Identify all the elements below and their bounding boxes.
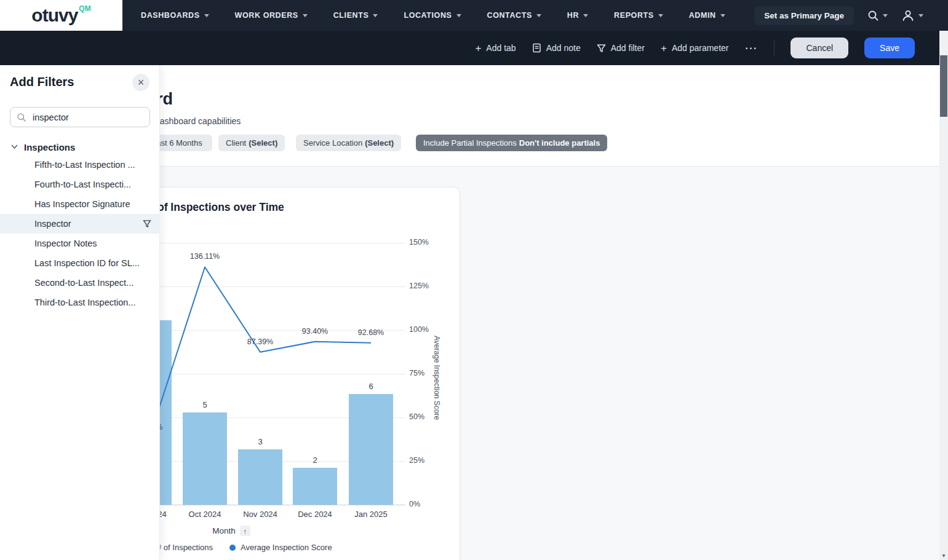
scrollbar-thumb[interactable] (940, 55, 947, 117)
nav-item-clients[interactable]: CLIENTS (333, 11, 378, 20)
bar-value-label: 6 (349, 382, 393, 391)
filter-item-label: Inspector Notes (34, 239, 151, 248)
filter-item[interactable]: Third-to-Last Inspection... (0, 293, 160, 312)
nav-item-label: DASHBOARDS (141, 11, 200, 20)
bar-Dec 2024 (293, 468, 337, 505)
search-icon (17, 112, 26, 122)
main-menu: DASHBOARDS WORK ORDERS CLIENTS LOCATIONS… (141, 11, 725, 20)
chevron-down-icon (658, 14, 663, 17)
chip-value: (Select) (249, 138, 277, 148)
nav-item-contacts[interactable]: CONTACTS (487, 11, 541, 20)
close-icon[interactable]: × (132, 74, 149, 91)
vertical-scrollbar[interactable]: ▾ (939, 31, 948, 560)
otuvy-logo[interactable]: otuvy QM (0, 0, 122, 31)
filter-item[interactable]: Fifth-to-Last Inspection ... (0, 155, 160, 175)
x-axis-tick: Dec 2024 (287, 510, 343, 519)
filter-item[interactable]: Has Inspector Signature (0, 194, 160, 214)
filter-item[interactable]: Second-to-Last Inspect... (0, 273, 160, 293)
bar-Jan 2025 (349, 394, 393, 505)
filter-item[interactable]: Last Inspection ID for SL... (0, 253, 160, 273)
add-filter-button[interactable]: Add filter (597, 43, 645, 53)
chip-label: Include Partial Inspections (423, 138, 517, 148)
nav-item-reports[interactable]: REPORTS (614, 11, 663, 20)
chevron-down-icon (373, 14, 378, 17)
x-axis-tick: Oct 2024 (177, 510, 233, 519)
more-options-button[interactable]: ⋯ (744, 41, 758, 55)
nav-item-label: CONTACTS (487, 11, 532, 20)
filter-item-inspector-selected[interactable]: Inspector (0, 214, 160, 234)
legend-label: # of Inspections (157, 543, 213, 552)
x-axis-sort-control[interactable]: Month ↑ (197, 526, 265, 536)
top-nav: otuvy QM DASHBOARDS WORK ORDERS CLIENTS … (0, 0, 948, 31)
chevron-down-icon (303, 14, 308, 17)
search-icon (867, 10, 879, 22)
filter-item-label: Last Inspection ID for SL... (34, 258, 151, 268)
add-tab-label: Add tab (486, 43, 516, 53)
funnel-icon (597, 44, 606, 53)
plus-icon: + (661, 43, 667, 53)
add-parameter-button[interactable]: + Add parameter (661, 43, 729, 53)
add-tab-button[interactable]: + Add tab (475, 43, 516, 53)
page-subtitle: dashboard capabilities (155, 116, 241, 126)
search-button[interactable] (867, 10, 888, 22)
line-point-label: 92.68% (343, 328, 399, 337)
right-axis-title: Average Inspection Score (432, 280, 441, 476)
line-point-label: 93.40% (287, 327, 343, 336)
filter-search-input[interactable] (31, 112, 143, 123)
right-axis-tick: 0% (409, 500, 440, 508)
chevron-down-icon (456, 14, 461, 17)
chip-value: Don't include partials (519, 138, 600, 148)
filter-item[interactable]: Inspector Notes (0, 234, 160, 253)
nav-item-work-orders[interactable]: WORK ORDERS (235, 11, 308, 20)
group-label: Inspections (24, 142, 75, 152)
cancel-button[interactable]: Cancel (791, 37, 848, 58)
bar-Oct 2024 (183, 412, 227, 505)
filter-search-box (10, 107, 150, 127)
filter-chip-service-location[interactable]: Service Location (Select) (296, 135, 401, 151)
chevron-down-icon (536, 14, 541, 17)
filter-list: Fifth-to-Last Inspection ... Fourth-to-L… (0, 155, 160, 312)
nav-item-label: WORK ORDERS (235, 11, 298, 20)
user-icon (901, 9, 915, 22)
line-point-label: 136.11% (177, 252, 233, 261)
user-menu-button[interactable] (901, 9, 923, 22)
save-button[interactable]: Save (864, 37, 915, 58)
sort-ascending-icon: ↑ (240, 526, 250, 536)
legend-label: Average Inspection Score (241, 543, 332, 552)
add-note-button[interactable]: Add note (532, 43, 581, 53)
legend-dot-icon (229, 545, 236, 551)
filter-applied-icon[interactable] (143, 219, 151, 228)
add-parameter-label: Add parameter (672, 43, 729, 53)
plus-icon: + (475, 43, 481, 53)
scroll-down-icon[interactable]: ▾ (939, 552, 948, 559)
group-header-inspections[interactable]: Inspections (0, 139, 160, 155)
nav-item-admin[interactable]: ADMIN (689, 11, 725, 20)
chevron-down-icon (883, 14, 888, 17)
filter-chip-include-partials[interactable]: Include Partial Inspections Don't includ… (416, 135, 607, 151)
filter-item-label: Third-to-Last Inspection... (34, 298, 151, 307)
filter-item-label: Fifth-to-Last Inspection ... (34, 160, 151, 170)
toolbar-divider (774, 40, 775, 56)
nav-item-locations[interactable]: LOCATIONS (404, 11, 461, 20)
x-axis-title: Month (212, 526, 236, 535)
set-as-primary-page-button[interactable]: Set as Primary Page (754, 6, 854, 25)
x-axis-tick: Jan 2025 (343, 510, 399, 519)
add-filter-label: Add filter (611, 43, 645, 53)
note-icon (532, 43, 541, 53)
nav-item-hr[interactable]: HR (567, 11, 588, 20)
chevron-down-icon (918, 14, 923, 17)
x-axis-tick: Nov 2024 (233, 510, 288, 519)
nav-item-label: LOCATIONS (404, 11, 452, 20)
filter-chip-client[interactable]: Client (Select) (218, 135, 285, 151)
legend-item-average-score[interactable]: Average Inspection Score (229, 543, 332, 552)
app: { "brand": { "name": "otuvy", "badge": "… (0, 0, 948, 560)
filter-item-label: Fourth-to-Last Inspecti... (34, 179, 151, 189)
chevron-down-icon (204, 14, 209, 17)
nav-item-label: ADMIN (689, 11, 716, 20)
filter-item-label: Inspector (34, 219, 143, 229)
filter-item[interactable]: Fourth-to-Last Inspecti... (0, 175, 160, 194)
bar-value-label: 5 (183, 400, 227, 409)
nav-item-dashboards[interactable]: DASHBOARDS (141, 11, 209, 20)
chevron-down-icon (11, 144, 18, 149)
chip-label: Service Location (303, 138, 362, 148)
